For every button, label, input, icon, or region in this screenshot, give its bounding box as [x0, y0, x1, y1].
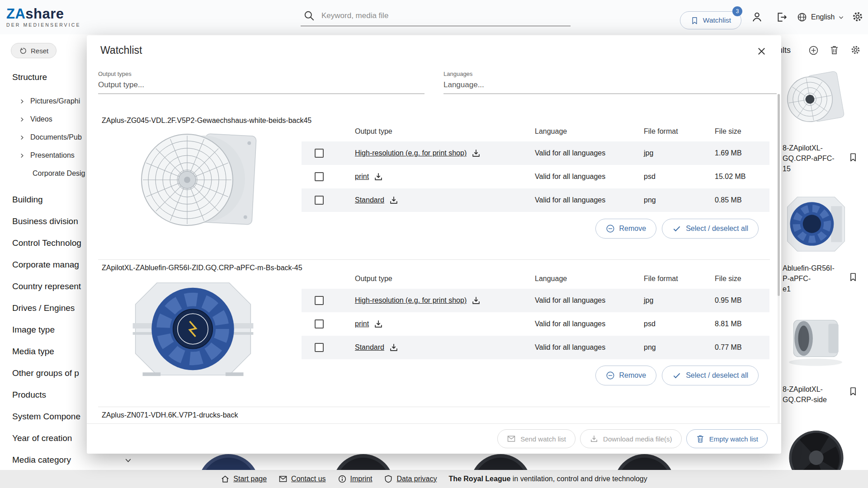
sidebar-item-documents[interactable]: Documents/Pub — [19, 132, 85, 143]
output-type-link[interactable]: High-resolution (e.g. for print shop) — [355, 296, 467, 305]
sidebar-section-structure[interactable]: Structure — [12, 72, 47, 82]
page: ZAshare DER MEDIENSERVICE Watchlist 3 En… — [0, 0, 868, 488]
undo-icon — [19, 47, 27, 55]
product-thumbnail[interactable] — [783, 193, 848, 255]
structure-tree: Pictures/Graphi Videos Documents/Pub Pre… — [19, 96, 85, 179]
empty-watchlist-button-label: Empty watch list — [709, 435, 758, 443]
chevron-right-icon[interactable] — [19, 117, 25, 122]
download-icon[interactable] — [373, 172, 383, 182]
row-checkbox[interactable] — [315, 296, 324, 305]
sidebar-category-media-category[interactable]: Media category — [12, 455, 148, 465]
output-type-link[interactable]: Standard — [355, 343, 384, 352]
remove-button[interactable]: Remove — [595, 366, 657, 385]
bookmark-icon[interactable] — [848, 386, 858, 396]
chevron-right-icon[interactable] — [19, 99, 25, 104]
category-label: System Compone — [12, 412, 80, 421]
language-select[interactable]: Languages Language... — [443, 70, 777, 94]
output-type-link[interactable]: print — [355, 320, 369, 328]
footer-link-imprint[interactable]: Imprint — [338, 474, 373, 483]
watchlist-row: High-resolution (e.g. for print shop) Va… — [302, 289, 769, 312]
watchlist-row: print Valid for all languages psd 15.02 … — [302, 165, 769, 188]
chevron-down-icon[interactable] — [124, 456, 132, 464]
file-size-cell: 15.02 MB — [715, 173, 769, 181]
table-header-row: Output type Language File format File si… — [302, 268, 769, 289]
minus-circle-icon — [606, 371, 615, 380]
sidebar-item-videos[interactable]: Videos — [19, 114, 85, 125]
sidebar-item-label: Corporate Desig — [33, 169, 85, 178]
footer-link-contact[interactable]: Contact us — [278, 474, 326, 483]
select-deselect-button-label: Select / deselect all — [686, 371, 748, 380]
watchlist-button[interactable]: Watchlist — [680, 11, 741, 29]
output-type-link[interactable]: print — [355, 173, 369, 181]
file-format-cell: png — [644, 196, 715, 204]
category-label: Products — [12, 390, 46, 399]
check-icon — [672, 371, 681, 380]
download-icon[interactable] — [389, 195, 399, 205]
sidebar-item-pictures[interactable]: Pictures/Graphi — [19, 96, 85, 107]
download-icon[interactable] — [389, 343, 399, 352]
add-circle-icon[interactable] — [808, 45, 819, 56]
file-size-cell: 0.95 MB — [715, 296, 769, 305]
output-type-select[interactable]: Output types Output type... — [98, 70, 425, 94]
row-checkbox[interactable] — [315, 343, 324, 352]
sidebar-item-corporate-design[interactable]: Corporate Desig — [19, 168, 85, 179]
row-checkbox[interactable] — [315, 196, 324, 205]
file-format-cell: png — [644, 343, 715, 352]
item-actions: Remove Select / deselect all — [302, 219, 769, 239]
footer-link-data-privacy[interactable]: Data privacy — [384, 474, 437, 483]
user-icon[interactable] — [751, 11, 763, 23]
download-icon[interactable] — [373, 319, 383, 329]
download-icon[interactable] — [471, 296, 481, 305]
reset-filters-button[interactable]: Reset — [11, 43, 57, 58]
app-logo: ZAshare DER MEDIENSERVICE — [6, 7, 81, 28]
category-label: Building — [12, 195, 43, 204]
search-icon — [303, 10, 315, 22]
remove-button[interactable]: Remove — [595, 219, 657, 239]
column-header: Language — [535, 275, 644, 283]
home-icon — [221, 474, 230, 483]
chevron-right-icon[interactable] — [19, 135, 25, 141]
output-type-link[interactable]: Standard — [355, 196, 384, 204]
item-actions: Remove Select / deselect all — [302, 366, 769, 385]
row-checkbox[interactable] — [315, 172, 324, 181]
search-input[interactable] — [321, 11, 568, 20]
logo-share-text: share — [25, 6, 64, 22]
language-cell: Valid for all languages — [535, 343, 644, 352]
empty-watchlist-button[interactable]: Empty watch list — [686, 429, 768, 448]
global-search — [301, 5, 571, 26]
modal-scrollbar-thumb[interactable] — [778, 94, 780, 296]
category-label: Year of creation — [12, 433, 72, 443]
download-media-button[interactable]: Download media file(s) — [580, 429, 682, 448]
select-deselect-button[interactable]: Select / deselect all — [662, 366, 759, 385]
row-checkbox[interactable] — [315, 319, 324, 328]
bookmark-icon[interactable] — [848, 272, 858, 282]
download-icon — [590, 434, 599, 443]
page-footer: Start page Contact us Imprint Data priva… — [0, 470, 868, 488]
download-icon[interactable] — [471, 148, 481, 158]
row-checkbox[interactable] — [315, 149, 324, 158]
output-type-link[interactable]: High-resolution (e.g. for print shop) — [355, 149, 467, 157]
chevron-right-icon[interactable] — [19, 153, 25, 159]
file-size-cell: 0.85 MB — [715, 196, 769, 204]
results-settings-gear-icon[interactable] — [850, 45, 861, 55]
category-label: Country represent — [12, 282, 81, 291]
close-icon[interactable] — [756, 46, 767, 56]
product-thumbnail[interactable] — [783, 310, 848, 370]
trash-icon[interactable] — [829, 45, 840, 55]
settings-gear-icon[interactable] — [852, 11, 863, 23]
language-selector[interactable]: English — [797, 11, 844, 23]
logo-tagline: DER MEDIENSERVICE — [6, 22, 81, 28]
language-select-label: Languages — [443, 70, 777, 77]
select-deselect-button[interactable]: Select / deselect all — [662, 219, 759, 239]
sidebar-item-presentations[interactable]: Presentations — [19, 150, 85, 161]
bookmark-icon[interactable] — [848, 152, 858, 162]
sidebar-item-label: Presentations — [30, 151, 75, 160]
logout-icon[interactable] — [776, 11, 788, 23]
send-watchlist-button[interactable]: Send watch list — [497, 429, 576, 448]
remove-button-label: Remove — [619, 371, 646, 380]
product-image — [128, 277, 258, 382]
product-thumbnail[interactable] — [787, 70, 847, 128]
footer-tagline: The Royal League in ventilation, control… — [448, 475, 647, 483]
footer-link-label: Data privacy — [396, 475, 437, 483]
footer-link-start-page[interactable]: Start page — [221, 474, 267, 483]
